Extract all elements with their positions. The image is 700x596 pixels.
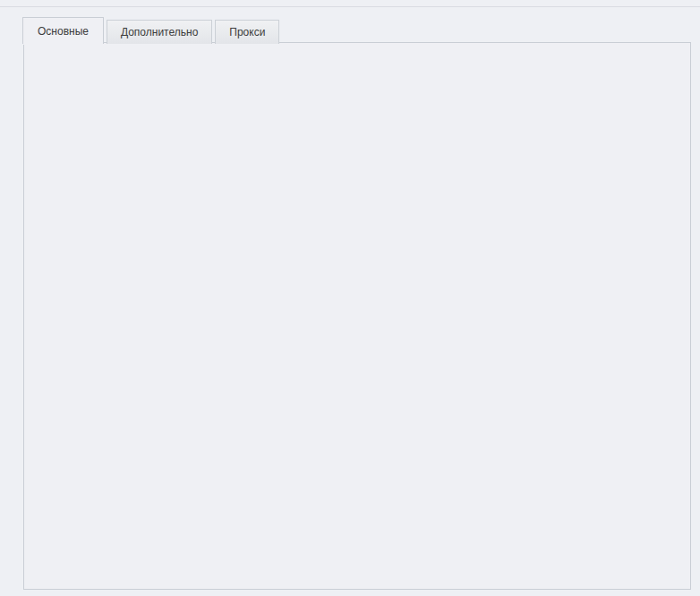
tab-advanced[interactable]: Дополнительно xyxy=(107,20,212,44)
tab-main[interactable]: Основные xyxy=(22,17,104,44)
tab-proxy[interactable]: Прокси xyxy=(215,20,279,44)
top-divider xyxy=(0,6,700,7)
tab-proxy-label: Прокси xyxy=(229,26,265,38)
tab-page-panel xyxy=(23,42,691,590)
tab-advanced-label: Дополнительно xyxy=(121,26,198,38)
tab-main-label: Основные xyxy=(38,25,89,38)
tab-bar: Основные Дополнительно Прокси xyxy=(22,17,282,44)
